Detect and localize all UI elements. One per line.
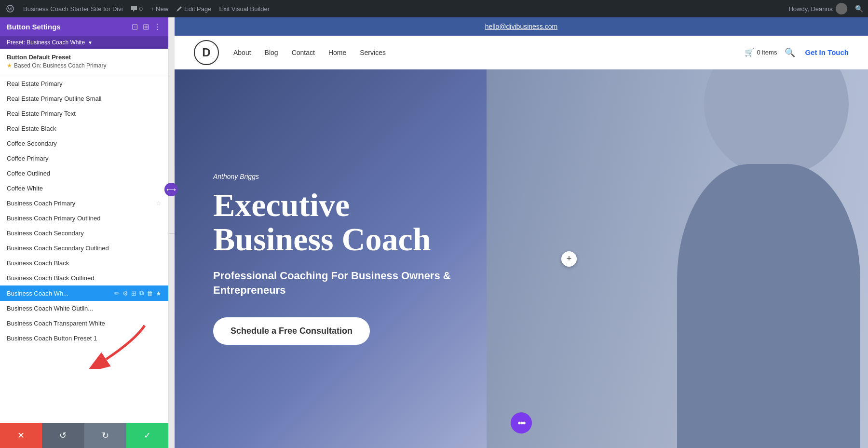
redo-icon: ↻	[102, 430, 109, 441]
panel-more-icon[interactable]: ⋮	[154, 22, 162, 31]
panel-save-button[interactable]: ✓	[126, 423, 168, 448]
default-preset-label: Button Default Preset	[7, 54, 162, 61]
floating-menu-button[interactable]: •••	[511, 412, 532, 434]
preset-chevron-icon: ▼	[88, 40, 93, 45]
nav-services[interactable]: Services	[360, 49, 386, 56]
preset-item-4[interactable]: Real Estate Black	[0, 121, 168, 136]
preset-item-16[interactable]: Business Coach White Outlin...	[0, 301, 168, 316]
preset-item-label: Real Estate Primary Text	[7, 110, 162, 117]
more-dots-icon: •••	[517, 418, 525, 429]
hero-title: Executive Business Coach	[213, 188, 474, 257]
hero-subtitle: Professional Coaching For Business Owner…	[213, 269, 474, 299]
cart-area[interactable]: 🛒 0 items	[745, 48, 777, 57]
preset-item-actions: ✏⚙⊞⧉🗑★	[114, 289, 162, 297]
nav-about[interactable]: About	[233, 49, 251, 56]
star-icon: ★	[7, 62, 12, 69]
panel-responsive-icon[interactable]: ⊡	[132, 22, 138, 31]
preset-item-label: Real Estate Black	[7, 125, 162, 132]
resize-handle[interactable]	[169, 17, 175, 448]
preset-item-11[interactable]: Business Coach Secondary	[0, 226, 168, 241]
hero-cta-button[interactable]: Schedule a Free Consultation	[213, 317, 370, 345]
main-wrapper: Button Settings ⊡ ⊞ ⋮ Preset: Business C…	[0, 17, 868, 448]
copy-icon[interactable]: ⊞	[131, 290, 136, 297]
hero-author: Anthony Briggs	[213, 173, 474, 180]
preset-item-8[interactable]: Coffee White	[0, 181, 168, 196]
star-icon[interactable]: ★	[156, 290, 162, 297]
preset-item-label: Coffee Primary	[7, 155, 162, 162]
preset-item-label: Business Coach Secondary	[7, 230, 162, 237]
preset-item-5[interactable]: Coffee Secondary	[0, 136, 168, 151]
wp-admin-bar: W Business Coach Starter Site for Divi 0…	[0, 0, 868, 17]
preset-item-12[interactable]: Business Coach Secondary Outlined	[0, 241, 168, 256]
site-preview: hello@divibusiness.com D About Blog Cont…	[175, 17, 868, 448]
svg-text:W: W	[8, 6, 13, 12]
preset-item-label: Business Coach White Outlin...	[7, 305, 162, 312]
admin-avatar	[836, 3, 847, 14]
delete-icon[interactable]: 🗑	[147, 290, 153, 297]
cart-icon: 🛒	[745, 48, 754, 57]
preset-star-icon[interactable]: ☆	[156, 200, 162, 207]
preset-item-label: Business Coach Secondary Outlined	[7, 244, 162, 252]
undo-icon: ↺	[59, 430, 67, 441]
cart-count: 0 items	[757, 49, 777, 56]
panel-undo-button[interactable]: ↺	[42, 423, 84, 448]
preset-item-label: Business Coach Black	[7, 259, 162, 267]
preset-item-15[interactable]: Business Coach Wh...✏⚙⊞⧉🗑★	[0, 285, 168, 301]
preset-label-text: Preset: Business Coach White	[7, 39, 85, 46]
admin-exit-builder-button[interactable]: Exit Visual Builder	[219, 5, 270, 13]
settings-icon[interactable]: ⚙	[122, 290, 128, 297]
preset-list: Real Estate PrimaryReal Estate Primary O…	[0, 74, 168, 423]
person-figure	[487, 69, 868, 448]
preset-item-label: Business Coach Primary Outlined	[7, 215, 162, 222]
site-search-icon[interactable]: 🔍	[785, 47, 795, 58]
nav-links: About Blog Contact Home Services	[233, 49, 745, 56]
based-on-text: Based On: Business Coach Primary	[14, 62, 106, 69]
nav-home[interactable]: Home	[328, 49, 346, 56]
preset-item-17[interactable]: Business Coach Transparent White	[0, 316, 168, 331]
panel-drag-handle[interactable]: ⟷	[164, 183, 178, 196]
site-logo: D	[194, 40, 219, 65]
preset-item-2[interactable]: Real Estate Primary Outline Small	[0, 91, 168, 106]
preset-item-1[interactable]: Real Estate Primary	[0, 76, 168, 91]
admin-comment-bubble[interactable]: 0	[131, 5, 143, 13]
admin-new-button[interactable]: + New	[150, 5, 168, 13]
get-in-touch-button[interactable]: Get In Touch	[805, 48, 849, 56]
admin-search-icon[interactable]: 🔍	[855, 5, 863, 13]
preset-item-label: Real Estate Primary Outline Small	[7, 95, 162, 102]
duplicate-icon[interactable]: ⧉	[139, 289, 144, 297]
preset-item-13[interactable]: Business Coach Black	[0, 256, 168, 271]
preset-item-label: Real Estate Primary	[7, 80, 162, 87]
preset-item-7[interactable]: Coffee Outlined	[0, 166, 168, 181]
panel-close-button[interactable]: ✕	[0, 423, 42, 448]
admin-edit-page-button[interactable]: Edit Page	[176, 5, 211, 13]
nav-contact[interactable]: Contact	[292, 49, 315, 56]
panel-header: Button Settings ⊡ ⊞ ⋮	[0, 17, 168, 36]
topbar-email[interactable]: hello@divibusiness.com	[485, 23, 557, 30]
preset-item-label: Business Coach Wh...	[7, 290, 114, 297]
hero-section: Anthony Briggs Executive Business Coach …	[175, 69, 868, 448]
preset-item-14[interactable]: Business Coach Black Outlined	[0, 271, 168, 285]
preset-item-9[interactable]: Business Coach Primary☆	[0, 196, 168, 211]
panel-header-icons: ⊡ ⊞ ⋮	[132, 22, 162, 31]
preset-item-3[interactable]: Real Estate Primary Text	[0, 106, 168, 121]
preset-item-label: Coffee Outlined	[7, 170, 162, 177]
preset-info-box: Button Default Preset ★ Based On: Busine…	[0, 49, 168, 74]
nav-blog[interactable]: Blog	[265, 49, 278, 56]
left-panel: Button Settings ⊡ ⊞ ⋮ Preset: Business C…	[0, 17, 169, 448]
arrow-icon: ⟷	[166, 186, 176, 193]
preset-item-6[interactable]: Coffee Primary	[0, 151, 168, 166]
preset-item-10[interactable]: Business Coach Primary Outlined	[0, 211, 168, 226]
preset-item-18[interactable]: Business Coach Button Preset 1	[0, 331, 168, 346]
panel-grid-icon[interactable]: ⊞	[143, 22, 149, 31]
panel-bottom-bar: ✕ ↺ ↻ ✓	[0, 423, 168, 448]
hero-person-image	[487, 69, 868, 448]
panel-redo-button[interactable]: ↻	[84, 423, 126, 448]
wp-logo-icon: W	[5, 3, 15, 14]
site-topbar: hello@divibusiness.com	[175, 17, 868, 36]
edit-icon[interactable]: ✏	[114, 290, 120, 297]
save-icon: ✓	[144, 430, 151, 441]
add-module-button[interactable]: +	[561, 251, 577, 267]
panel-preset-bar[interactable]: Preset: Business Coach White ▼	[0, 36, 168, 49]
admin-site-name: Business Coach Starter Site for Divi	[23, 5, 123, 13]
close-icon: ✕	[17, 430, 25, 441]
